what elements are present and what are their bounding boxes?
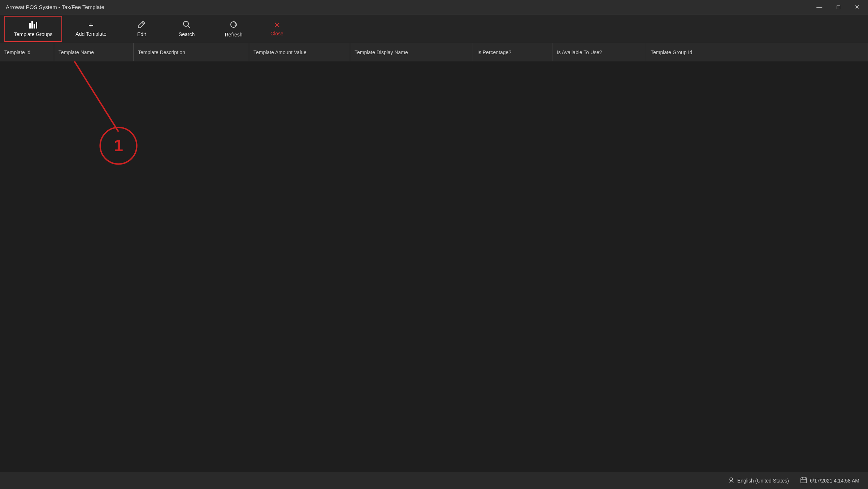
add-template-button[interactable]: + Add Template [62,16,120,42]
col-header-display-name: Template Display Name [350,43,473,61]
svg-rect-3 [36,22,37,29]
datetime-label: 6/17/2021 4:14:58 AM [810,478,859,484]
svg-rect-0 [29,23,31,29]
language-status: English (United States) [728,477,789,485]
close-icon: ✕ [274,21,280,29]
annotation-layer: 1 [0,61,868,472]
calendar-icon [800,477,807,485]
status-bar: English (United States) 6/17/2021 4:14:5… [0,472,868,489]
svg-rect-1 [31,21,33,29]
template-groups-icon [29,21,38,30]
col-header-amount: Template Amount Value [249,43,350,61]
edit-button[interactable]: Edit [120,16,163,42]
svg-text:1: 1 [114,136,123,155]
svg-point-8 [730,478,733,481]
close-button[interactable]: ✕ Close [257,16,297,42]
edit-label: Edit [137,31,146,37]
search-icon [183,21,191,30]
datetime-status: 6/17/2021 4:14:58 AM [800,477,859,485]
search-label: Search [179,31,195,37]
refresh-label: Refresh [225,32,242,38]
col-header-template-name: Template Name [54,43,134,61]
col-header-is-percentage: Is Percentage? [473,43,552,61]
main-content: 1 [0,61,868,472]
refresh-icon [229,20,238,30]
template-groups-button[interactable]: Template Groups [4,16,62,42]
refresh-button[interactable]: Refresh [210,16,257,42]
close-window-button[interactable]: ✕ [852,2,862,12]
add-template-label: Add Template [75,31,106,37]
col-header-template-id: Template Id [0,43,54,61]
toolbar: Template Groups + Add Template Edit Sear… [0,14,868,43]
language-icon [728,477,734,485]
title-bar: Arrowat POS System - Tax/Fee Template — … [0,0,868,14]
col-header-group-id: Template Group Id [646,43,868,61]
add-template-icon: + [88,21,94,30]
edit-icon [138,21,146,30]
window-controls: — □ ✕ [813,2,862,12]
col-header-available: Is Available To Use? [552,43,646,61]
svg-rect-2 [34,24,35,29]
close-label: Close [270,31,283,36]
table-header: Template Id Template Name Template Descr… [0,43,868,61]
template-groups-label: Template Groups [14,31,53,37]
svg-rect-9 [801,478,807,483]
search-button[interactable]: Search [163,16,210,42]
maximize-button[interactable]: □ [834,3,843,12]
col-header-description: Template Description [134,43,249,61]
minimize-button[interactable]: — [813,3,825,12]
svg-point-6 [100,127,136,164]
language-label: English (United States) [737,478,789,484]
svg-line-5 [74,61,118,132]
window-title: Arrowat POS System - Tax/Fee Template [6,4,104,10]
